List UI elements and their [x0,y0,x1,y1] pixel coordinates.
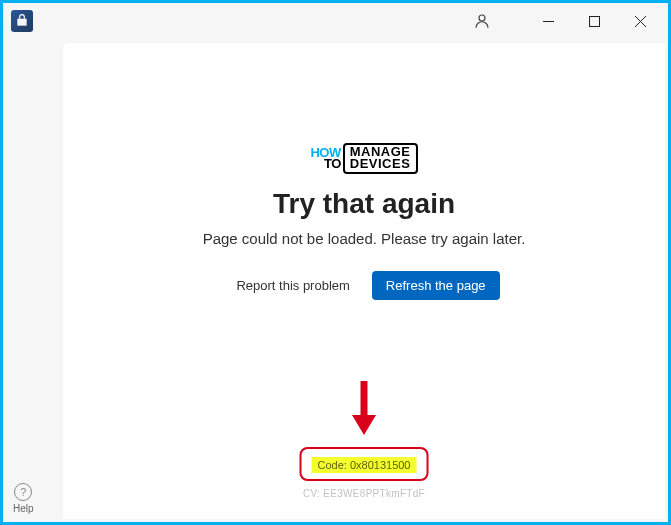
button-row: Report this problem Refresh the page [228,271,499,300]
error-code-highlight: Code: 0x80131500 [300,447,429,481]
help-icon: ? [14,483,32,501]
help-label: Help [13,503,34,514]
error-code: Code: 0x80131500 [312,457,417,473]
close-button[interactable] [618,6,662,36]
titlebar-controls [460,6,662,36]
error-heading: Try that again [273,188,455,220]
svg-marker-7 [352,415,376,435]
svg-rect-0 [17,19,26,26]
user-account-button[interactable] [460,6,504,36]
maximize-button[interactable] [572,6,616,36]
help-button[interactable]: ? Help [13,483,34,514]
svg-point-1 [479,15,485,21]
minimize-button[interactable] [526,6,570,36]
watermark-to: TO [324,158,341,170]
watermark-devices: DEVICES [350,158,411,170]
report-problem-link[interactable]: Report this problem [228,272,357,299]
titlebar-left [11,10,33,32]
refresh-page-button[interactable]: Refresh the page [372,271,500,300]
watermark-logo: HOW TO MANAGE DEVICES [310,143,417,174]
app-icon [11,10,33,32]
correlation-vector: CV: EE3WE8PPTkmFTdF [303,488,425,499]
arrow-down-icon [349,379,379,435]
content-area: HOW TO MANAGE DEVICES Try that again Pag… [63,43,665,519]
window-frame: HOW TO MANAGE DEVICES Try that again Pag… [0,0,671,525]
error-message: Page could not be loaded. Please try aga… [203,230,526,247]
titlebar [3,3,668,39]
svg-rect-3 [589,16,599,26]
